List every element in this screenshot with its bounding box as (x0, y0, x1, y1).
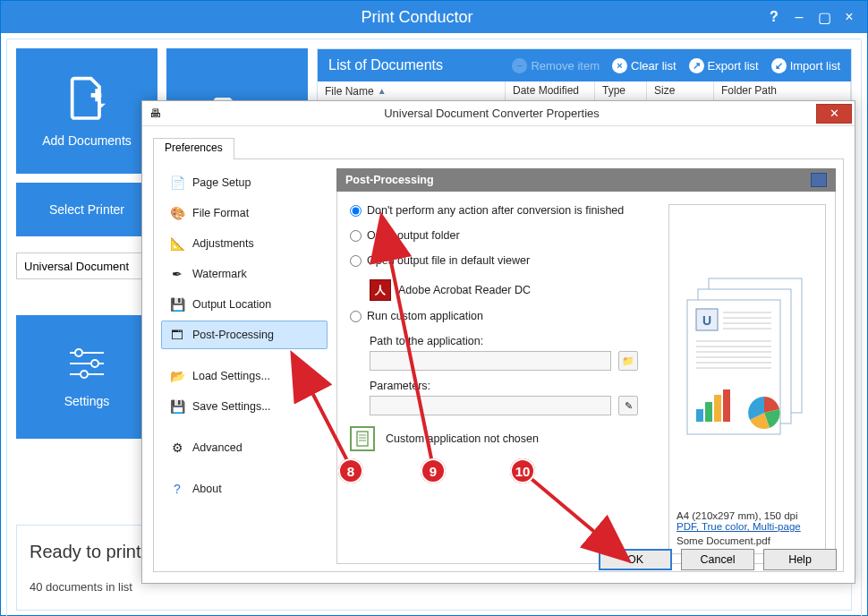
app-status-text: Custom application not chosen (386, 432, 539, 445)
titlebar: Print Conductor ? – ▢ × (1, 1, 867, 33)
svg-rect-6 (357, 432, 368, 446)
svg-rect-28 (723, 389, 730, 422)
select-printer-tile[interactable]: Select Printer (16, 183, 157, 236)
sort-asc-icon: ▲ (378, 86, 387, 96)
sidebar-item-output-location[interactable]: 💾Output Location (161, 290, 328, 319)
minimize-button[interactable]: – (787, 9, 812, 25)
sidebar-item-advanced[interactable]: ⚙Advanced (161, 433, 328, 462)
edit-params-button[interactable]: ✎ (618, 396, 638, 415)
svg-point-5 (81, 371, 88, 378)
params-label: Parameters: (370, 380, 660, 392)
radio-run-app[interactable]: Run custom application (350, 310, 660, 322)
sidebar-item-about[interactable]: ?About (161, 475, 328, 503)
radio-no-action[interactable]: Don't perform any action after conversio… (350, 204, 660, 217)
annotation-badge-8: 8 (338, 458, 363, 483)
export-list-button[interactable]: ↗Export list (689, 58, 759, 73)
preview-pages-icon: U (677, 212, 818, 503)
close-button[interactable]: × (837, 9, 862, 25)
sidebar-item-file-format[interactable]: 🎨File Format (161, 199, 328, 227)
radio-no-action-input[interactable] (350, 205, 362, 217)
remove-icon: – (512, 58, 527, 73)
export-icon: ↗ (689, 58, 704, 73)
window-title: Print Conductor (72, 8, 762, 27)
svg-point-1 (75, 349, 82, 356)
about-icon: ? (169, 481, 185, 497)
sidebar-item-page-setup[interactable]: 📄Page Setup (161, 168, 328, 197)
path-label: Path to the application: (370, 335, 660, 347)
viewer-name: Adobe Acrobat Reader DC (398, 284, 531, 296)
svg-rect-27 (714, 395, 721, 422)
dialog-title: Universal Document Converter Properties (167, 107, 816, 120)
preferences-sidebar: 📄Page Setup 🎨File Format 📐Adjustments ✒W… (161, 168, 328, 564)
preview-spec: A4 (210x297 mm), 150 dpi (677, 510, 818, 521)
app-path-input[interactable] (370, 351, 611, 371)
output-location-icon: 💾 (169, 296, 185, 312)
app-params-input[interactable] (370, 396, 611, 415)
svg-rect-26 (705, 402, 712, 422)
cancel-button[interactable]: Cancel (681, 549, 754, 570)
radio-open-folder-input[interactable] (350, 230, 362, 242)
adjustments-icon: 📐 (169, 235, 185, 252)
radio-open-viewer[interactable]: Open output file in default viewer (350, 254, 660, 267)
page-setup-icon: 📄 (169, 175, 185, 191)
post-processing-icon: 🗔 (169, 327, 185, 343)
list-columns: File Name▲ Date Modified Type Size Folde… (318, 81, 851, 101)
import-icon: ↙ (771, 58, 787, 73)
load-settings-icon: 📂 (169, 368, 185, 384)
add-documents-tile[interactable]: Add Documents (16, 48, 157, 174)
clear-icon: × (612, 58, 627, 73)
sidebar-item-post-processing[interactable]: 🗔Post-Processing (161, 321, 328, 349)
dialog-close-button[interactable]: ✕ (816, 104, 852, 124)
settings-label: Settings (64, 394, 110, 408)
preview-format-link[interactable]: PDF, True color, Multi-page (677, 521, 818, 532)
ok-button[interactable]: OK (599, 549, 672, 570)
help-button-dialog[interactable]: Help (763, 549, 837, 570)
sliders-icon (66, 346, 107, 381)
pane-title: Post-Processing (345, 174, 434, 186)
clear-list-button[interactable]: ×Clear list (612, 58, 677, 73)
svg-rect-25 (696, 409, 703, 422)
sidebar-item-load-settings[interactable]: 📂Load Settings... (161, 362, 328, 390)
import-list-button[interactable]: ↙Import list (771, 58, 840, 73)
file-format-icon: 🎨 (169, 205, 185, 221)
browse-app-button[interactable]: 📁 (618, 351, 638, 371)
sidebar-item-adjustments[interactable]: 📐Adjustments (161, 229, 328, 258)
printer-icon: 🖶 (142, 107, 167, 120)
preview-filename: Some Document.pdf (677, 535, 818, 546)
add-documents-label: Add Documents (42, 133, 132, 148)
radio-open-folder[interactable]: Open output folder (350, 229, 660, 242)
sidebar-item-save-settings[interactable]: 💾Save Settings... (161, 392, 328, 421)
col-folder[interactable]: Folder Path (714, 81, 851, 100)
svg-point-3 (91, 360, 98, 367)
sidebar-item-watermark[interactable]: ✒Watermark (161, 260, 328, 288)
watermark-icon: ✒ (169, 266, 185, 282)
col-size[interactable]: Size (647, 81, 714, 100)
tab-preferences[interactable]: Preferences (153, 138, 234, 159)
adobe-reader-icon: 人 (370, 279, 391, 301)
maximize-button[interactable]: ▢ (812, 9, 837, 26)
printer-select[interactable] (16, 252, 157, 279)
col-type[interactable]: Type (595, 81, 647, 100)
help-button[interactable]: ? (762, 9, 787, 25)
pane-header: Post-Processing (336, 168, 836, 192)
annotation-badge-9: 9 (421, 458, 446, 483)
document-add-icon (62, 74, 112, 124)
annotation-badge-10: 10 (510, 458, 535, 483)
radio-open-viewer-input[interactable] (350, 255, 362, 267)
preview-panel: U (668, 204, 826, 554)
list-title: List of Documents (328, 57, 499, 73)
advanced-icon: ⚙ (169, 440, 185, 456)
remove-item-button[interactable]: –Remove item (512, 58, 600, 73)
col-filename[interactable]: File Name▲ (318, 81, 506, 100)
pane-header-icon[interactable] (811, 173, 827, 187)
svg-text:U: U (702, 313, 711, 328)
radio-run-app-input[interactable] (350, 311, 362, 322)
settings-tile[interactable]: Settings (16, 315, 157, 439)
col-date[interactable]: Date Modified (506, 81, 595, 100)
properties-dialog: 🖶 Universal Document Converter Propertie… (141, 100, 855, 584)
app-status-icon (350, 426, 375, 451)
save-settings-icon: 💾 (169, 398, 185, 415)
